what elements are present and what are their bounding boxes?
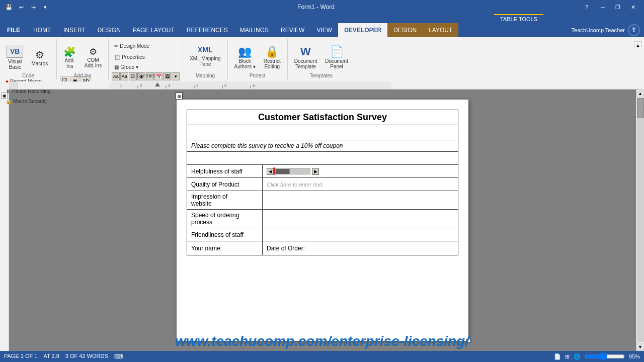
group-button[interactable]: ▦ Group ▾ — [112, 62, 152, 71]
xml-mapping-label: XML MappingPane — [190, 56, 220, 67]
scroll-up-button[interactable]: ▲ — [636, 89, 645, 98]
zoom-level: 95% — [629, 353, 640, 359]
friendliness-input-cell[interactable] — [263, 228, 458, 241]
document-template-icon: W — [300, 45, 311, 58]
survey-spacer-cell — [187, 125, 458, 140]
zoom-slider[interactable] — [585, 352, 625, 360]
add-ins-label: Add-Ins — [64, 58, 75, 69]
window-title: Form1 - Word — [50, 4, 582, 11]
right-scrollbar[interactable]: ▲ ▼ — [636, 89, 644, 351]
properties-icon: 📋 — [114, 54, 120, 60]
svg-text:2: 2 — [140, 83, 142, 88]
tab-table-design[interactable]: DESIGN — [387, 23, 423, 37]
view-full-icon[interactable]: ⊞ — [565, 353, 570, 360]
ribbon-group-templates: W DocumentTemplate 📄 DocumentPanel Templ… — [288, 39, 355, 79]
save-button[interactable]: 💾 — [4, 2, 14, 12]
restrict-editing-label: RestrictEditing — [264, 58, 281, 69]
add-ins-icon: 🧩 — [63, 46, 76, 58]
redo-button[interactable]: ↪ — [28, 2, 38, 12]
com-add-ins-button[interactable]: ⚙ COMAdd-Ins — [81, 39, 105, 75]
document-panel-button[interactable]: 📄 DocumentPanel — [321, 39, 352, 75]
impression-input-cell[interactable] — [263, 191, 458, 210]
quality-input-cell[interactable]: Click here to enter text. — [263, 178, 458, 191]
table-move-handle[interactable]: ⊕ — [176, 93, 183, 100]
left-sidebar: ▣ — [0, 89, 9, 351]
tab-table-layout[interactable]: LAYOUT — [423, 23, 458, 37]
table-row-subtitle: Please complete this survey to receive a… — [187, 140, 458, 152]
words-info: 3 OF 42 WORDS — [65, 353, 108, 360]
record-macro-icon: ● — [6, 78, 9, 84]
ribbon: VB VisualBasic ⚙ Macros ● Record Macro ⏸… — [0, 37, 644, 81]
help-button[interactable]: ? — [582, 2, 592, 12]
close-button[interactable]: ✕ — [626, 2, 640, 12]
tab-bar: FILE HOME INSERT DESIGN PAGE LAYOUT REFE… — [0, 23, 644, 37]
restrict-editing-button[interactable]: 🔒 RestrictEditing — [260, 39, 284, 75]
scrollbar-track[interactable] — [637, 98, 644, 342]
survey-title: Customer Satisfaction Survey — [258, 112, 387, 122]
protect-group-label: Protect — [228, 73, 287, 78]
xml-mapping-button[interactable]: XML XML MappingPane — [186, 39, 224, 71]
add-ins-button[interactable]: 🧩 Add-Ins — [60, 39, 80, 75]
scroll-right-arrow[interactable]: ▶ — [312, 168, 319, 175]
text-cursor — [274, 167, 275, 174]
table-row-spacer2 — [187, 152, 458, 165]
tab-design[interactable]: DESIGN — [92, 23, 127, 37]
table-row-spacer1 — [187, 125, 458, 140]
tab-home[interactable]: HOME — [27, 23, 57, 37]
macros-icon: ⚙ — [35, 49, 44, 61]
group-label: Group ▾ — [120, 64, 138, 70]
table-row-impression: Impression ofwebsite — [187, 191, 458, 210]
status-bar: PAGE 1 OF 1 AT 2.8 3 OF 42 WORDS ⌨ 📄 ⊞ 🌐… — [0, 351, 644, 362]
tab-file[interactable]: FILE — [0, 23, 27, 37]
scroll-track[interactable] — [275, 168, 310, 174]
table-row-quality: Quality of Product Click here to enter t… — [187, 178, 458, 191]
scrollbar-thumb[interactable] — [637, 98, 644, 118]
tab-review[interactable]: REVIEW — [275, 23, 310, 37]
table-tools-banner: TABLE TOOLS — [0, 14, 644, 23]
restrict-editing-icon: 🔒 — [265, 45, 279, 58]
date-cell[interactable]: Date of Order: — [263, 241, 458, 255]
helpfulness-input-cell[interactable]: ◀ ▶ — [263, 165, 458, 178]
view-print-icon[interactable]: 📄 — [554, 353, 561, 360]
macros-button[interactable]: ⚙ Macros — [28, 39, 51, 75]
ribbon-collapse-button[interactable]: ▲ — [632, 39, 644, 79]
customize-qa-button[interactable]: ▾ — [40, 2, 50, 12]
user-name: TeachUcomp Teacher — [572, 27, 625, 33]
tab-page-layout[interactable]: PAGE LAYOUT — [127, 23, 181, 37]
minimize-button[interactable]: ─ — [596, 2, 610, 12]
friendliness-label: Friendliness of staff — [187, 228, 263, 241]
scroll-down-button[interactable]: ▼ — [636, 343, 645, 351]
title-bar: 💾 ↩ ↪ ▾ Form1 - Word ? ─ ❐ ✕ — [0, 0, 644, 14]
macro-security-label: Macro Security — [13, 99, 47, 104]
properties-button[interactable]: 📋 Properties — [112, 52, 152, 61]
speed-input-cell[interactable] — [263, 210, 458, 228]
tab-mailings[interactable]: MAILINGS — [234, 23, 275, 37]
document-area[interactable]: ⊕ Customer Satisfaction Survey Please co… — [9, 89, 636, 351]
properties-label: Properties — [122, 54, 145, 60]
table-row-friendliness: Friendliness of staff — [187, 228, 458, 241]
design-mode-button[interactable]: ✏ Design Mode — [112, 40, 152, 51]
table-resize-handle[interactable] — [466, 339, 470, 343]
view-web-icon[interactable]: 🌐 — [574, 353, 581, 360]
com-add-ins-icon: ⚙ — [89, 46, 97, 57]
helpfulness-label: Helpfulness of staff — [187, 165, 263, 178]
main-area: ▣ ⊕ Customer Satisfaction Survey — [0, 89, 644, 351]
date-label: Date of Order: — [267, 245, 305, 252]
tab-references[interactable]: REFERENCES — [181, 23, 234, 37]
visual-basic-label: VisualBasic — [8, 59, 22, 70]
visual-basic-button[interactable]: VB VisualBasic — [3, 39, 27, 75]
undo-button[interactable]: ↩ — [16, 2, 26, 12]
block-authors-button[interactable]: 👥 BlockAuthors ▾ — [231, 39, 259, 75]
restore-button[interactable]: ❐ — [611, 2, 625, 12]
tab-developer[interactable]: DEVELOPER — [338, 23, 387, 37]
tab-view[interactable]: VIEW — [310, 23, 338, 37]
scroll-left-arrow[interactable]: ◀ — [267, 168, 274, 175]
controls-group-label: Controls — [109, 73, 183, 78]
name-cell[interactable]: Your name: — [187, 241, 263, 255]
tab-insert[interactable]: INSERT — [57, 23, 92, 37]
status-left: PAGE 1 OF 1 AT 2.8 3 OF 42 WORDS ⌨ — [4, 353, 123, 360]
macro-security-button[interactable]: 🔒 Macro Security — [3, 97, 53, 106]
survey-spacer2-cell — [187, 152, 458, 165]
document-template-button[interactable]: W DocumentTemplate — [291, 39, 321, 75]
svg-text:6: 6 — [253, 83, 255, 88]
